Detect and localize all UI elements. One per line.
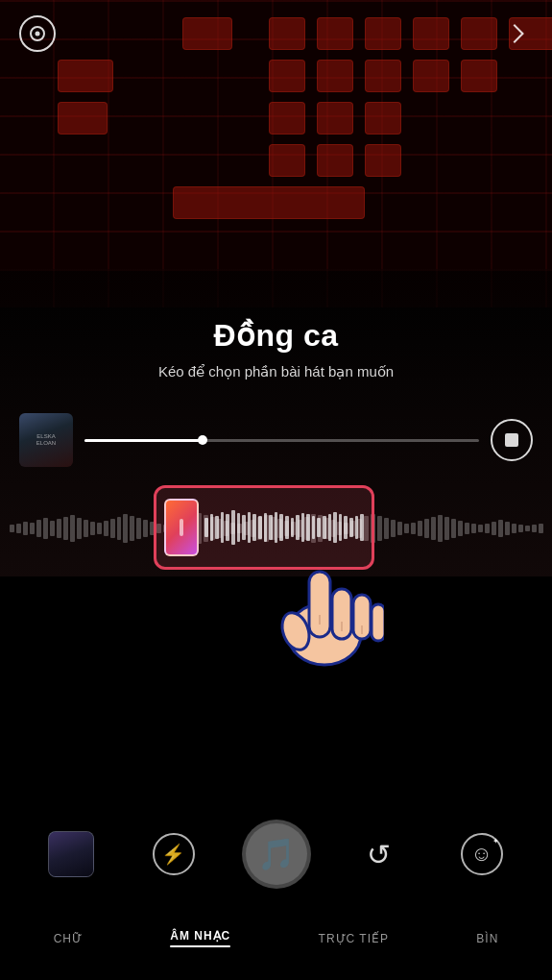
bottom-toolbar: ⚡ 🎵 ↺ ☺ ✦ CHỮ ÂM NHẠC (0, 788, 552, 980)
gallery-thumbnail (48, 831, 94, 877)
page-subtitle: Kéo để chọn phần bài hát bạn muốn (0, 363, 552, 380)
page-title: Đồng ca (0, 317, 552, 354)
svg-rect-1 (309, 572, 330, 637)
next-button[interactable] (496, 15, 533, 52)
tab-am-nhac[interactable]: ÂM NHẠC (162, 925, 238, 951)
tab-bin[interactable]: BÌN (468, 928, 506, 949)
rotate-icon: ↺ (358, 833, 400, 875)
stop-button[interactable] (491, 419, 533, 461)
music-button[interactable]: 🎵 (225, 820, 327, 889)
music-note-icon: 🎵 (257, 836, 296, 872)
album-art: ELSKAELOAN (19, 413, 73, 467)
music-btn-outer: 🎵 (242, 820, 311, 889)
settings-icon[interactable] (19, 15, 56, 52)
gallery-button[interactable] (19, 831, 122, 877)
svg-rect-2 (332, 589, 351, 639)
music-btn-inner: 🎵 (246, 823, 307, 885)
title-section: Đồng ca Kéo để chọn phần bài hát bạn muố… (0, 317, 552, 380)
flip-camera-button[interactable]: ↺ (327, 833, 430, 875)
hand-pointer (269, 548, 384, 673)
svg-rect-4 (372, 604, 384, 641)
selected-waveform (204, 503, 364, 551)
progress-thumb (198, 435, 207, 445)
flash-button[interactable]: ⚡ (122, 833, 225, 875)
controls-row: ⚡ 🎵 ↺ ☺ ✦ (0, 820, 552, 889)
progress-fill (84, 439, 203, 442)
flash-icon: ⚡ (153, 833, 195, 875)
top-bar (0, 0, 552, 67)
tab-chu[interactable]: CHỮ (46, 928, 90, 949)
progress-bar[interactable] (84, 439, 479, 442)
tab-active-indicator (170, 945, 230, 947)
album-label: ELSKAELOAN (36, 433, 56, 447)
phone-icon (164, 499, 199, 556)
stop-icon (505, 433, 518, 447)
phone-shape (164, 499, 199, 556)
tab-truc-tiep[interactable]: TRỰC TIẾP (311, 928, 396, 949)
tab-navigation: CHỮ ÂM NHẠC TRỰC TIẾP BÌN (0, 925, 552, 951)
effects-button[interactable]: ☺ ✦ (430, 833, 533, 875)
emoji-face-icon: ☺ ✦ (461, 833, 503, 875)
track-row: ELSKAELOAN (0, 413, 552, 467)
